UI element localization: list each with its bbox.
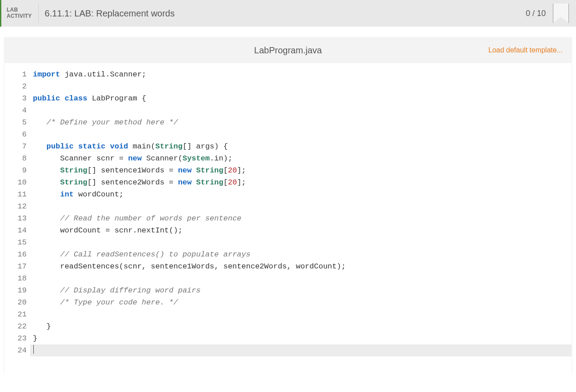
code-line[interactable]: } xyxy=(33,332,572,344)
code-line[interactable]: // Call readSentences() to populate arra… xyxy=(33,248,572,260)
code-line[interactable] xyxy=(33,236,572,248)
line-number: 17 xyxy=(4,260,27,272)
code-line[interactable]: // Display differing word pairs xyxy=(33,284,572,296)
line-number-gutter: 123456789101112131415161718192021222324 xyxy=(4,68,30,356)
line-number: 12 xyxy=(4,200,27,212)
code-line[interactable]: } xyxy=(33,320,572,332)
lab-header: LAB ACTIVITY 6.11.1: LAB: Replacement wo… xyxy=(0,0,576,27)
line-number: 22 xyxy=(4,320,27,332)
line-number: 21 xyxy=(4,308,27,320)
line-number: 23 xyxy=(4,332,27,344)
code-line[interactable] xyxy=(33,104,572,116)
line-number: 19 xyxy=(4,284,27,296)
line-number: 10 xyxy=(4,176,27,188)
code-line[interactable]: /* Define your method here */ xyxy=(33,116,572,128)
code-line[interactable] xyxy=(33,272,572,284)
editor-header: LabProgram.java Load default template... xyxy=(4,37,572,63)
code-line[interactable] xyxy=(30,344,572,356)
text-cursor xyxy=(33,345,34,354)
code-line[interactable]: import java.util.Scanner; xyxy=(33,68,572,80)
pill-line1: LAB xyxy=(7,7,32,13)
line-number: 8 xyxy=(4,152,27,164)
line-number: 3 xyxy=(4,92,27,104)
line-number: 20 xyxy=(4,296,27,308)
divider xyxy=(38,4,39,23)
code-line[interactable]: public class LabProgram { xyxy=(33,92,572,104)
code-line[interactable]: readSentences(scnr, sentence1Words, sent… xyxy=(33,260,572,272)
bookmark-icon[interactable] xyxy=(553,4,569,23)
filename-label: LabProgram.java xyxy=(4,45,572,56)
code-line[interactable]: int wordCount; xyxy=(33,188,572,200)
code-line[interactable]: Scanner scnr = new Scanner(System.in); xyxy=(33,152,572,164)
line-number: 7 xyxy=(4,140,27,152)
load-default-template-link[interactable]: Load default template... xyxy=(488,46,563,54)
code-line[interactable] xyxy=(33,308,572,320)
code-editor[interactable]: 123456789101112131415161718192021222324 … xyxy=(4,63,572,374)
code-line[interactable]: // Read the number of words per sentence xyxy=(33,212,572,224)
code-line[interactable]: String[] sentence2Words = new String[20]… xyxy=(33,176,572,188)
line-number: 24 xyxy=(4,344,27,356)
editor-panel: LabProgram.java Load default template...… xyxy=(4,37,572,374)
line-number: 4 xyxy=(4,104,27,116)
line-number: 16 xyxy=(4,248,27,260)
pill-line2: ACTIVITY xyxy=(7,13,32,20)
lab-activity-pill: LAB ACTIVITY xyxy=(7,7,38,20)
code-line[interactable]: String[] sentence1Words = new String[20]… xyxy=(33,164,572,176)
line-number: 2 xyxy=(4,80,27,92)
score-display: 0 / 10 xyxy=(526,9,546,18)
line-number: 14 xyxy=(4,224,27,236)
line-number: 6 xyxy=(4,128,27,140)
line-number: 11 xyxy=(4,188,27,200)
code-lines[interactable]: import java.util.Scanner;public class La… xyxy=(30,68,572,356)
code-line[interactable]: public static void main(String[] args) { xyxy=(33,140,572,152)
line-number: 18 xyxy=(4,272,27,284)
line-number: 13 xyxy=(4,212,27,224)
line-number: 15 xyxy=(4,236,27,248)
code-line[interactable]: /* Type your code here. */ xyxy=(33,296,572,308)
code-line[interactable] xyxy=(33,200,572,212)
line-number: 1 xyxy=(4,68,27,80)
code-line[interactable]: wordCount = scnr.nextInt(); xyxy=(33,224,572,236)
line-number: 9 xyxy=(4,164,27,176)
code-line[interactable] xyxy=(33,80,572,92)
lab-title: 6.11.1: LAB: Replacement words xyxy=(45,8,526,19)
line-number: 5 xyxy=(4,116,27,128)
code-line[interactable] xyxy=(33,128,572,140)
